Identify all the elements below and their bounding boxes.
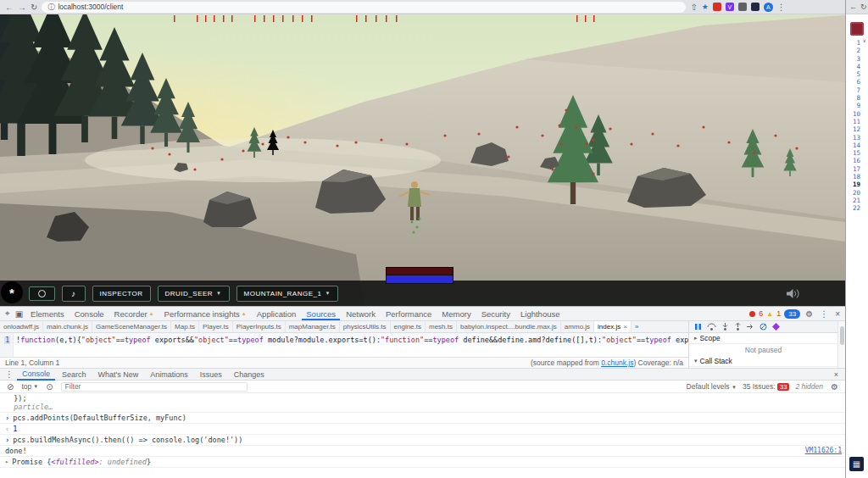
forward-icon[interactable]: → [18,3,26,12]
scope-section-header[interactable]: ▸Scope [689,333,837,344]
file-tab[interactable]: Player.ts [199,321,233,332]
tab-application[interactable]: Application [253,308,300,320]
source-map-link[interactable]: 0.chunk.js [601,358,633,367]
share-icon[interactable]: ⇧ [690,3,697,12]
tab-lighthouse[interactable]: Lighthouse [516,308,564,320]
tab-network[interactable]: Network [342,308,380,320]
volume-button[interactable] [786,288,801,299]
bookmark-star-icon[interactable]: ★ [702,3,709,11]
pause-script-button[interactable] [694,323,702,331]
circle-button[interactable] [29,286,55,301]
file-tab[interactable]: engine.ts [391,321,426,332]
file-tab[interactable]: physicsUtils.ts [340,321,391,332]
url-text: localhost:3000/client [58,3,123,11]
sources-editor-pane: onloadwff.js main.chunk.js GameSceneMana… [0,321,688,368]
extension-icon-v[interactable]: V [726,3,734,11]
tab-sources[interactable]: Sources [302,308,340,320]
console-input-row[interactable]: › pcs.addPoints(DefaultBufferSize, myFun… [0,413,845,424]
file-tab[interactable]: mapManager.ts [286,321,340,332]
devtools-menu-icon[interactable]: ⋮ [820,309,828,319]
character-dropdown[interactable]: DRUID_SEER▼ [158,286,230,302]
game-scene[interactable] [0,14,845,306]
drawer-close-icon[interactable]: × [834,370,842,379]
code-editor[interactable]: 1 !function(e,t){"object"==typeof export… [0,333,688,357]
console-source-link[interactable]: VM11626:1 [805,447,842,455]
reload-icon[interactable]: ↻ [860,3,867,11]
close-icon[interactable]: × [623,323,627,331]
issues-counter[interactable]: 35 Issues: 33 [743,382,789,392]
file-tab-active[interactable]: index.js× [594,321,632,332]
file-tab[interactable]: babylon.inspect....bundle.max.js [457,321,561,332]
file-tab[interactable]: Map.ts [171,321,199,332]
browser-menu-icon[interactable]: ⋮ [777,3,786,12]
console-input-row[interactable]: › pcs.buildMeshAsync().then(() => consol… [0,435,845,446]
inspector-button[interactable]: INSPECTOR [92,286,151,302]
devtools-scrollbar[interactable] [837,321,845,368]
deactivate-breakpoints-button[interactable] [760,323,767,331]
tab-recorder[interactable]: Recorder▲ [110,308,159,320]
site-info-icon[interactable]: ⓘ [47,3,54,12]
overlay-fab-button[interactable]: * [1,281,23,303]
warning-triangle-icon[interactable]: ▲ [766,310,773,318]
profile-avatar[interactable]: A [764,3,773,12]
live-expression-eye-icon[interactable]: ⊙ [46,382,53,392]
tab-console[interactable]: Console [70,308,108,320]
drawer-tab-whats-new[interactable]: What's New [93,370,144,380]
console-toolbar-right: Default levels ▼ 35 Issues: 33 2 hidden … [687,382,840,392]
tab-performance-insights[interactable]: Performance insights▲ [160,308,251,320]
scrollbar-thumb[interactable] [840,326,844,345]
file-tab[interactable]: onloadwff.js [0,321,43,332]
step-button[interactable] [747,323,754,331]
error-dot-icon[interactable] [749,311,755,317]
tab-performance[interactable]: Performance [381,308,436,320]
console-result-row[interactable]: ▸ Promise {<fulfilled>: undefined} [0,457,845,468]
context-selector[interactable]: top▼ [21,382,38,391]
drawer-tab-issues[interactable]: Issues [195,370,227,380]
hidden-messages-label[interactable]: 2 hidden [795,382,823,391]
clear-console-icon[interactable]: ⊘ [7,382,14,392]
reload-icon[interactable]: ↻ [31,3,37,12]
settings-gear-icon[interactable]: ⚙ [805,309,813,319]
file-tab[interactable]: GameSceneManager.ts [92,321,171,332]
inspect-element-icon[interactable]: ⌖ [5,308,10,319]
sources-body: onloadwff.js main.chunk.js GameSceneMana… [0,321,845,368]
drawer-tab-changes[interactable]: Changes [229,370,270,380]
issues-badge[interactable]: 33 [784,309,800,319]
devtools-close-icon[interactable]: × [835,309,840,319]
drawer-tab-animations[interactable]: Animations [145,370,193,380]
devtools-panel: ⌖ ▣ Elements Console Recorder▲ Performan… [0,306,845,478]
address-bar[interactable]: ⓘ localhost:3000/client [42,2,686,13]
drawer-tab-console[interactable]: Console [17,369,55,381]
device-toolbar-icon[interactable]: ▣ [15,309,23,319]
extension-icon-dark[interactable] [751,3,760,11]
expand-triangle-icon[interactable]: ▸ [5,458,8,466]
fold-caret-icon[interactable]: ∨ [863,37,866,43]
file-tab[interactable]: main.chunk.js [43,321,92,332]
extension-icon-red[interactable] [713,3,721,11]
back-icon[interactable]: ← [849,3,857,11]
tab-memory[interactable]: Memory [437,308,475,320]
console-settings-gear-icon[interactable]: ⚙ [831,382,838,392]
tab-elements[interactable]: Elements [26,308,69,320]
drawer-tab-search[interactable]: Search [57,370,92,380]
circle-icon [38,290,46,297]
extension-icon-shield[interactable] [738,3,747,11]
step-into-button[interactable] [721,323,729,331]
drawer-menu-icon[interactable]: ⋮ [5,370,14,379]
taskbar-grid-icon[interactable]: ▦ [849,457,864,471]
file-tab[interactable]: ammo.js [561,321,594,332]
map-dropdown[interactable]: MOUNTAIN_RANGE_1▼ [236,286,338,302]
music-button[interactable]: ♪ [62,286,86,302]
back-icon[interactable]: ← [5,3,14,12]
file-tab[interactable]: PlayerInputs.ts [233,321,286,332]
tab-overflow-icon[interactable]: » [632,321,642,332]
pause-on-exceptions-button[interactable] [772,323,780,331]
file-tab[interactable]: mesh.ts [426,321,457,332]
console-filter-input[interactable] [61,382,248,392]
step-over-button[interactable] [707,323,716,331]
secondary-window-sliver: ← ↻ ∨ 1234567891011121314151617181920212… [845,0,868,478]
tab-security[interactable]: Security [477,308,515,320]
log-levels-dropdown[interactable]: Default levels ▼ [687,382,737,391]
step-out-button[interactable] [734,323,742,331]
call-stack-section-header[interactable]: ▾Call Stack [689,356,837,367]
